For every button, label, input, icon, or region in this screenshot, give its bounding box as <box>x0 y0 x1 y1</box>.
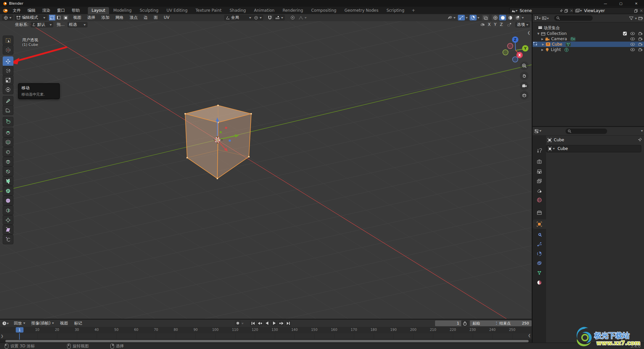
frame-tick-40[interactable]: 40 <box>95 328 99 332</box>
frame-tick-250[interactable]: 250 <box>509 328 515 332</box>
maximize-button[interactable]: ▢ <box>613 0 629 7</box>
timeline-scrollbar[interactable] <box>0 340 532 343</box>
minimize-button[interactable]: — <box>598 0 613 7</box>
frame-tick-230[interactable]: 230 <box>469 328 476 332</box>
frame-end-field[interactable]: 结束点250 <box>497 320 532 326</box>
xray-toggle[interactable] <box>482 15 489 20</box>
pin-id-icon[interactable] <box>638 138 642 142</box>
menu-help[interactable]: 帮助 <box>68 7 83 14</box>
frame-tick-60[interactable]: 60 <box>134 328 139 332</box>
smooth-tool-button[interactable] <box>3 196 13 205</box>
inset-faces-tool-button[interactable] <box>3 137 13 147</box>
workspace-tab-shading[interactable]: Shading <box>226 7 250 14</box>
annotate-tool-button[interactable] <box>3 96 13 106</box>
measure-tool-button[interactable] <box>3 105 13 115</box>
viewlayer-selector[interactable]: ▼ ViewLayer ✕ <box>574 7 644 14</box>
properties-tab-constraints[interactable] <box>533 258 546 268</box>
outliner-item-label[interactable]: 场景集合 <box>544 25 560 31</box>
properties-tab-collection[interactable] <box>533 208 546 217</box>
timeline-menu-marker[interactable]: 标记 <box>71 320 85 327</box>
snap-settings-dropdown[interactable]: ▼ <box>273 15 285 20</box>
current-frame-marker[interactable]: 1 <box>16 327 23 333</box>
blender-icon[interactable] <box>2 8 8 13</box>
workspace-tab-texture-paint[interactable]: Texture Paint <box>192 7 225 14</box>
outliner-display-mode-dropdown[interactable]: ▼ <box>534 16 541 20</box>
viewport-menu-face[interactable]: 面 <box>151 14 161 21</box>
scene-selector[interactable]: ▼ Scene ✕ <box>509 7 575 14</box>
pivot-dropdown[interactable]: ▼ <box>252 15 263 20</box>
timeline-scrollbar-thumb[interactable] <box>5 340 529 342</box>
frame-tick-70[interactable]: 70 <box>154 328 158 332</box>
transform-tool-button[interactable] <box>3 85 13 94</box>
frame-tick-20[interactable]: 20 <box>55 328 59 332</box>
properties-tab-tool[interactable] <box>533 146 546 156</box>
menu-render[interactable]: 渲染 <box>39 7 54 14</box>
outliner-item-label[interactable]: Light <box>551 47 561 52</box>
outliner-item-label[interactable]: Collection <box>547 31 567 36</box>
camera-view-button[interactable] <box>520 82 529 90</box>
properties-tab-view-layer[interactable] <box>533 177 546 186</box>
properties-tab-physics[interactable] <box>533 249 546 258</box>
timeline-collapse-arrow[interactable]: ❮ <box>528 334 531 337</box>
shrink-fatten-tool-button[interactable] <box>3 215 13 225</box>
extrude-region-tool-button[interactable] <box>3 128 13 137</box>
frame-tick-190[interactable]: 190 <box>390 328 396 332</box>
viewport-menu-edge[interactable]: 边 <box>141 14 151 21</box>
frame-tick-110[interactable]: 110 <box>232 328 238 332</box>
region-collapse-arrow[interactable]: ❮ <box>527 31 530 35</box>
gizmos-toggle[interactable] <box>458 15 465 20</box>
properties-tab-world[interactable] <box>533 195 546 205</box>
disable-render-icon[interactable] <box>638 32 643 36</box>
frame-tick-160[interactable]: 160 <box>331 328 337 332</box>
object-name-value[interactable]: Cube <box>557 146 568 151</box>
menu-edit[interactable]: 编辑 <box>24 7 39 14</box>
nav-neg-x-axis[interactable] <box>507 43 513 49</box>
select-box-tool-button[interactable] <box>3 36 13 45</box>
frame-tick-120[interactable]: 120 <box>252 328 258 332</box>
rendered-shading-button[interactable] <box>514 15 521 20</box>
outliner-row-camera[interactable]: ▶Camera <box>533 36 644 42</box>
remove-viewlayer-icon[interactable]: ✕ <box>640 8 643 13</box>
spin-tool-button[interactable] <box>3 186 13 196</box>
select-mode-dropdown[interactable]: 框选▼ <box>67 22 88 28</box>
jump-to-end-button[interactable] <box>285 320 291 326</box>
expand-chevron[interactable]: ▶ <box>541 48 543 51</box>
expand-chevron[interactable]: ▶ <box>541 38 543 41</box>
properties-tab-output[interactable] <box>533 167 546 177</box>
workspace-tab-uv-editing[interactable]: UV Editing <box>163 7 191 14</box>
frame-start-field[interactable]: 起始1 <box>470 320 501 326</box>
frame-tick-170[interactable]: 170 <box>351 328 357 332</box>
outliner-filter-type-dropdown[interactable]: ▼ <box>542 16 549 20</box>
viewlayer-name[interactable]: ViewLayer <box>584 8 634 13</box>
current-frame-field[interactable]: 1 <box>435 320 462 326</box>
viewport-menu-select[interactable]: 选择 <box>84 14 98 21</box>
vertex-select-button[interactable] <box>49 15 55 20</box>
hide-viewport-icon[interactable] <box>630 37 635 41</box>
new-scene-icon[interactable] <box>565 9 568 13</box>
play-button[interactable] <box>271 320 277 326</box>
rotate-tool-button[interactable] <box>3 66 13 76</box>
playhead-line[interactable] <box>19 333 20 340</box>
face-select-button[interactable] <box>62 15 69 20</box>
frame-tick-200[interactable]: 200 <box>410 328 416 332</box>
edge-slide-tool-button[interactable] <box>3 205 13 215</box>
disable-render-icon[interactable] <box>638 48 643 52</box>
toggle-ortho-button[interactable] <box>520 91 529 100</box>
frame-tick-180[interactable]: 180 <box>370 328 377 332</box>
snap-target-icon[interactable] <box>507 22 512 27</box>
overlays-toggle[interactable] <box>470 15 477 20</box>
close-button[interactable]: ✕ <box>629 0 644 7</box>
disable-render-icon[interactable] <box>638 37 643 41</box>
timeline-menu-keying[interactable]: 抠像(插帧)▼ <box>28 320 57 327</box>
cursor-orientation-dropdown[interactable]: 默认▼ <box>31 22 53 28</box>
properties-tab-render[interactable] <box>533 157 546 166</box>
workspace-tab-compositing[interactable]: Compositing <box>308 7 340 14</box>
disable-render-icon[interactable] <box>638 43 643 46</box>
scale-tool-button[interactable] <box>3 75 13 85</box>
nav-gizmo[interactable]: Z Y X <box>503 37 529 62</box>
mirror-z-button[interactable]: Z <box>499 22 504 28</box>
prev-keyframe-button[interactable] <box>257 320 263 326</box>
outliner-row-scene-collection[interactable]: 场景集合 <box>533 25 644 31</box>
menu-window[interactable]: 窗口 <box>54 7 68 14</box>
workspace-tab-layout[interactable]: Layout <box>88 7 109 14</box>
